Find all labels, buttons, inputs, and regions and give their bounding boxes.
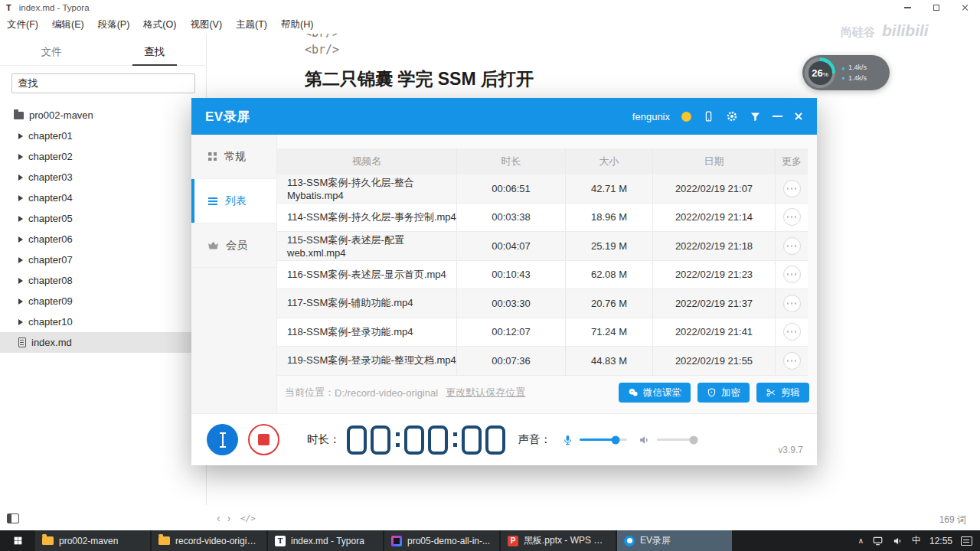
header-name: 视频名 xyxy=(277,148,457,174)
time-digit xyxy=(347,425,367,455)
phone-cast-icon[interactable] xyxy=(703,110,714,122)
wechat-class-button[interactable]: 微信课堂 xyxy=(619,383,691,403)
ev-main-panel: 视频名 时长 大小 日期 更多 113-SSM案例-持久化层-整合Mybatis… xyxy=(277,135,817,413)
stop-button[interactable] xyxy=(248,424,279,455)
table-row[interactable]: 117-SSM案例-辅助功能.mp4 00:03:30 20.76 M 2022… xyxy=(277,289,808,318)
menu-view[interactable]: 视图(V) xyxy=(183,18,229,31)
caret-right-icon xyxy=(18,154,23,160)
tree-item-chapter05[interactable]: chapter05 xyxy=(0,208,206,229)
nav-general[interactable]: 常规 xyxy=(191,135,276,179)
menu-paragraph[interactable]: 段落(P) xyxy=(91,18,137,31)
tab-search[interactable]: 查找 xyxy=(103,38,207,65)
source-mode-icon[interactable]: </> xyxy=(240,514,256,523)
sidebar-toggle-icon[interactable] xyxy=(7,514,19,523)
filter-icon[interactable] xyxy=(750,111,761,122)
record-button[interactable] xyxy=(207,424,238,455)
tree-item-chapter03[interactable]: chapter03 xyxy=(0,167,206,187)
tray-chevron-up-icon[interactable]: ∧ xyxy=(858,536,864,545)
menu-help[interactable]: 帮助(H) xyxy=(274,18,320,31)
table-row[interactable]: 115-SSM案例-表述层-配置 web.xml.mp4 00:04:07 25… xyxy=(277,232,808,261)
recorder-gauge-widget[interactable]: 26 % 1.4k/s 1.4k/s xyxy=(802,55,890,90)
row-more-button[interactable] xyxy=(783,323,801,341)
tree-item-chapter08[interactable]: chapter08 xyxy=(0,270,206,291)
forward-icon[interactable]: › xyxy=(227,512,231,524)
search-input[interactable] xyxy=(11,73,195,93)
gauge-unit: % xyxy=(823,71,828,78)
tree-item-chapter07[interactable]: chapter07 xyxy=(0,249,206,270)
row-more-button[interactable] xyxy=(783,237,801,255)
back-icon[interactable]: ‹ xyxy=(217,512,220,524)
taskbar-item-label: record-video-origin... xyxy=(175,536,260,546)
tree-item-chapter09[interactable]: chapter09 xyxy=(0,291,206,311)
menu-edit[interactable]: 编辑(E) xyxy=(45,18,91,31)
cell-size: 20.76 M xyxy=(566,289,653,318)
tree-item-chapter06[interactable]: chapter06 xyxy=(0,229,206,249)
slider-knob[interactable] xyxy=(611,435,619,444)
change-location-link[interactable]: 更改默认保存位置 xyxy=(446,386,525,399)
slider-knob[interactable] xyxy=(689,435,697,444)
minimize-button[interactable] xyxy=(893,0,922,15)
ev-close-button[interactable] xyxy=(794,112,803,121)
start-button[interactable] xyxy=(0,530,35,551)
table-row[interactable]: 119-SSM案例-登录功能-整理文档.mp4 00:07:36 44.83 M… xyxy=(277,347,808,376)
notification-center-icon[interactable] xyxy=(961,536,972,546)
header-duration: 时长 xyxy=(457,148,566,174)
table-row[interactable]: 118-SSM案例-登录功能.mp4 00:12:07 71.24 M 2022… xyxy=(277,318,808,347)
row-more-button[interactable] xyxy=(783,266,801,283)
monitor-icon[interactable] xyxy=(872,536,884,546)
cell-duration: 00:06:51 xyxy=(457,174,566,203)
close-button[interactable] xyxy=(951,0,980,15)
ime-indicator[interactable]: 中 xyxy=(912,534,921,547)
taskbar-item-wps[interactable]: P 黑板.pptx - WPS Off... xyxy=(501,530,616,551)
row-more-button[interactable] xyxy=(783,180,801,197)
taskbar-item-explorer-record[interactable]: record-video-origin... xyxy=(152,530,266,551)
account-username[interactable]: fengunix xyxy=(632,111,670,122)
system-volume-slider[interactable] xyxy=(657,439,697,441)
settings-gear-icon[interactable] xyxy=(726,110,738,122)
row-more-button[interactable] xyxy=(783,295,801,312)
tree-item-root[interactable]: pro002-maven xyxy=(0,105,206,126)
time-digit xyxy=(371,425,390,455)
microphone-icon[interactable] xyxy=(562,433,573,447)
volume-icon[interactable] xyxy=(892,536,903,546)
tree-item-chapter04[interactable]: chapter04 xyxy=(0,187,206,208)
speaker-icon[interactable] xyxy=(638,434,651,446)
tree-item-indexmd[interactable]: index.md xyxy=(0,332,206,353)
slider-fill xyxy=(580,439,616,441)
ev-minimize-button[interactable] xyxy=(773,116,782,117)
taskbar-item-typora[interactable]: T index.md - Typora xyxy=(268,530,383,551)
row-more-button[interactable] xyxy=(783,208,801,226)
caret-right-icon xyxy=(18,298,23,305)
taskbar-item-ev-recorder[interactable]: EV录屏 xyxy=(617,530,732,551)
watermark-cn: 尚硅谷 xyxy=(841,25,875,40)
nav-list[interactable]: 列表 xyxy=(191,179,276,223)
word-count: 169 词 xyxy=(939,514,966,527)
menu-format[interactable]: 格式(O) xyxy=(136,18,183,31)
table-row[interactable]: 114-SSM案例-持久化层-事务控制.mp4 00:03:38 18.96 M… xyxy=(277,204,808,233)
clip-edit-button[interactable]: 剪辑 xyxy=(756,383,809,403)
tree-item-label: chapter10 xyxy=(28,316,73,328)
menu-theme[interactable]: 主题(T) xyxy=(229,18,274,31)
table-row[interactable]: 116-SSM案例-表述层-显示首页.mp4 00:10:43 62.08 M … xyxy=(277,261,808,290)
tree-item-chapter10[interactable]: chapter10 xyxy=(0,311,206,332)
file-icon xyxy=(18,337,26,347)
maximize-button[interactable] xyxy=(922,0,951,15)
tree-item-label: chapter06 xyxy=(28,233,73,245)
tab-files[interactable]: 文件 xyxy=(0,38,103,65)
tree-item-chapter02[interactable]: chapter02 xyxy=(0,146,206,167)
taskbar-item-ide[interactable]: pro05-demo-all-in-... xyxy=(384,530,499,551)
download-arrow-icon xyxy=(841,74,846,82)
system-tray: ∧ 中 12:55 xyxy=(858,530,980,551)
row-more-button[interactable] xyxy=(783,352,801,370)
table-row[interactable]: 113-SSM案例-持久化层-整合Mybatis.mp4 00:06:51 42… xyxy=(277,174,808,204)
menu-file[interactable]: 文件(F) xyxy=(0,18,45,31)
mic-volume-slider[interactable] xyxy=(580,439,627,441)
cell-duration: 00:03:30 xyxy=(457,289,566,318)
sound-label: 声音： xyxy=(518,432,552,447)
taskbar-item-explorer-pro002[interactable]: pro002-maven xyxy=(35,530,150,551)
encrypt-button[interactable]: 加密 xyxy=(697,383,750,403)
typora-logo-icon: T xyxy=(6,3,11,12)
nav-member[interactable]: 会员 xyxy=(191,223,276,268)
clock[interactable]: 12:55 xyxy=(929,536,952,546)
tree-item-chapter01[interactable]: chapter01 xyxy=(0,126,206,146)
